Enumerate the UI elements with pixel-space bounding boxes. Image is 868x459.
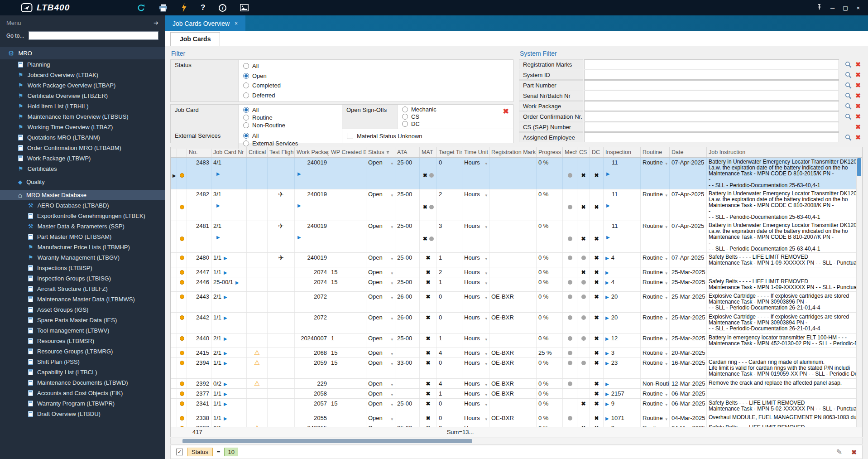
table-row-2481[interactable]: 24812/1▶✈240019▶Open▾25-00✖ 3Hours▾0 %✖✖… <box>171 221 856 253</box>
dropdown-icon[interactable]: ▾ <box>391 391 393 398</box>
cell-routine[interactable]: Routine▾ <box>641 267 670 277</box>
cell-unit[interactable]: Hours▾ <box>462 358 489 378</box>
radio-open[interactable]: Open <box>243 71 508 81</box>
drilldown-icon[interactable]: ▶ <box>224 351 227 356</box>
filter-value-chip[interactable]: 10 <box>224 448 238 456</box>
dropdown-icon[interactable]: ▾ <box>485 336 487 343</box>
cell-unit[interactable]: Hours▾ <box>462 399 489 413</box>
dropdown-icon[interactable]: ▾ <box>485 361 487 367</box>
dropdown-icon[interactable]: ▾ <box>665 315 667 322</box>
search-icon[interactable] <box>845 72 852 78</box>
dropdown-icon[interactable]: ▾ <box>665 295 667 301</box>
table-row-2377[interactable]: 23771/1▶2058Open▾✖1Hours▾OE-BXR0 %✖▶2157… <box>171 389 856 399</box>
dropdown-icon[interactable]: ▾ <box>391 426 393 427</box>
sidebar-item-working-time-overview-ltbaz[interactable]: ⚑Working Time Overview (LTBAZ) <box>0 122 165 132</box>
table-row-2447[interactable]: 24471/1▶207415Open▾✖2Hours▾0 %✖✖▶Routine… <box>171 267 856 277</box>
drilldown-icon[interactable]: ▶ <box>224 295 227 300</box>
dropdown-icon[interactable]: ▾ <box>391 160 393 167</box>
table-row-2415[interactable]: 24152/1▶⚠206815Open▾✖4Hours▾OE-BXR25 %✖▶… <box>171 348 856 358</box>
sidebar-item-work-package-ltbwp[interactable]: Work Package (LTBWP) <box>0 153 165 164</box>
tab-close-icon[interactable]: × <box>235 20 238 27</box>
dropdown-icon[interactable]: ▾ <box>485 391 487 398</box>
sidebar-item-certificate-overview-ltbzer[interactable]: ⚑Certificate Overview (LTBZER) <box>0 91 165 101</box>
radio-cs[interactable]: CS <box>402 113 508 121</box>
cell-status[interactable]: Open▾ <box>366 221 395 252</box>
cell-unit[interactable]: Hours▾ <box>462 313 489 333</box>
radio-mechanic[interactable]: Mechanic <box>402 106 508 113</box>
sidebar-item-part-master-mro-ltbsam[interactable]: Part Master MRO (LTBSAM) <box>0 232 165 242</box>
dropdown-icon[interactable]: ▾ <box>485 416 487 423</box>
dropdown-icon[interactable]: ▾ <box>665 426 667 427</box>
dropdown-icon[interactable]: ▾ <box>391 416 393 423</box>
sidebar-item-mro[interactable]: ⚙MRO <box>0 47 165 59</box>
cell-status[interactable]: Open▾ <box>366 358 395 378</box>
radio-all[interactable]: All <box>243 132 337 140</box>
column-header-wpby[interactable]: WP Created By <box>329 147 366 157</box>
cell-unit[interactable]: Hours▾ <box>462 292 489 312</box>
sidebar-item-draft-overview-ltbdu[interactable]: Draft Overview (LTBDU) <box>0 409 165 419</box>
dropdown-icon[interactable]: ▾ <box>391 295 393 301</box>
table-row-2440[interactable]: 24402/1▶202400071Open▾25-00✖1Hours▾0 %✖▶… <box>171 333 856 348</box>
vertical-scrollbar[interactable] <box>856 158 862 427</box>
clear-field-icon[interactable]: ✖ <box>855 134 861 140</box>
cell-unit[interactable]: Hours▾ <box>462 389 489 398</box>
drilldown-icon[interactable]: ▶ <box>605 416 609 421</box>
radio-non-routine[interactable]: Non-Routine <box>243 121 337 129</box>
table-row-2443[interactable]: 24432/1▶2072Open▾26-00✖0Hours▾OE-BXR0 %✖… <box>171 292 856 313</box>
dropdown-icon[interactable]: ▾ <box>391 192 393 199</box>
table-row-2480[interactable]: 24801/1▶✈240019Open▾25-00✖1Hours▾0 %✖▶4R… <box>171 253 856 267</box>
sidebar-item-manufacturer-price-lists-ltbmhp[interactable]: ⚑Manufacturer Price Lists (LTBMHP) <box>0 242 165 252</box>
column-header-cs[interactable]: CS <box>577 147 590 157</box>
drilldown-icon[interactable]: ▶ <box>297 203 301 208</box>
table-row-2338[interactable]: 23381/1▶2055Open▾✖0Hours▾OE-BXR0 %✖▶1071… <box>171 413 856 423</box>
cell-status[interactable]: Open▾ <box>366 399 395 413</box>
cell-unit[interactable]: Hours▾ <box>462 413 489 423</box>
dropdown-icon[interactable]: ▾ <box>485 295 487 301</box>
sidebar-item-resources-ltbmsr[interactable]: Resources (LTBMSR) <box>0 336 165 346</box>
part-number-input[interactable] <box>584 80 839 90</box>
cell-status[interactable]: Open▾ <box>366 379 395 388</box>
maximize-button[interactable]: ▢ <box>843 5 848 11</box>
sidebar-item-jobcard-overview-ltbak[interactable]: ⚑Jobcard Overview (LTBAK) <box>0 70 165 80</box>
sidebar-item-asset-groups-igs[interactable]: Asset Groups (IGS) <box>0 304 165 315</box>
sidebar-item-master-data-parameters-ssp[interactable]: ⚒Master Data & Parameters (SSP) <box>0 221 165 232</box>
cell-routine[interactable]: Routine▾ <box>641 333 670 348</box>
drilldown-icon[interactable]: ▶ <box>224 391 227 396</box>
cell-status[interactable]: Open▾ <box>366 277 395 291</box>
pin-icon[interactable] <box>816 4 822 11</box>
cell-routine[interactable]: Routine▾ <box>641 389 670 398</box>
cell-status[interactable]: Open▾ <box>366 189 395 221</box>
table-row-2336[interactable]: 23366/1▶⚠240015Open▾25-00✖0Hours▾0 %✖✖▶9… <box>171 423 856 427</box>
search-icon[interactable] <box>845 103 852 110</box>
clear-field-icon[interactable]: ✖ <box>855 113 861 120</box>
drilldown-icon[interactable]: ▶ <box>224 361 227 366</box>
drilldown-icon[interactable]: ▶ <box>605 315 609 320</box>
radio-deferred[interactable]: Deferred <box>243 91 508 101</box>
dropdown-icon[interactable]: ▾ <box>665 336 667 343</box>
radio-routine[interactable]: Routine <box>243 114 337 121</box>
sidebar-item-resource-groups-ltbmrg[interactable]: Resource Groups (LTBMRG) <box>0 346 165 357</box>
radio-all[interactable]: All <box>243 106 337 114</box>
cs-sap-number-input[interactable] <box>584 122 839 132</box>
drilldown-icon[interactable]: ▶ <box>224 336 227 341</box>
drilldown-icon[interactable]: ▶ <box>224 270 227 275</box>
drilldown-icon[interactable]: ▶ <box>606 203 610 208</box>
clear-field-icon[interactable]: ✖ <box>855 61 861 68</box>
search-icon[interactable] <box>845 134 852 141</box>
clear-field-icon[interactable]: ✖ <box>855 124 861 130</box>
column-header-reg[interactable]: Registration Marks <box>489 147 537 157</box>
drilldown-icon[interactable]: ▶ <box>224 382 227 387</box>
tab-job-cards-overview[interactable]: Job Cards Overview × <box>165 15 245 31</box>
sidebar-item-maintenance-master-data-ltbmws[interactable]: Maintenance Master Data (LTBMWS) <box>0 294 165 304</box>
cell-routine[interactable]: Routine▾ <box>641 292 670 312</box>
drilldown-icon[interactable]: ▶ <box>224 315 227 320</box>
dropdown-icon[interactable]: ▾ <box>665 351 667 358</box>
dropdown-icon[interactable]: ▾ <box>665 270 667 277</box>
radio-dc[interactable]: DC <box>402 120 508 127</box>
search-icon[interactable] <box>845 82 852 89</box>
dropdown-icon[interactable]: ▾ <box>485 224 487 231</box>
dropdown-icon[interactable]: ▾ <box>391 224 393 231</box>
drilldown-icon[interactable]: ▶ <box>216 235 220 240</box>
work-package-input[interactable] <box>584 101 839 111</box>
horizontal-scrollbar-thumb[interactable] <box>182 439 472 443</box>
